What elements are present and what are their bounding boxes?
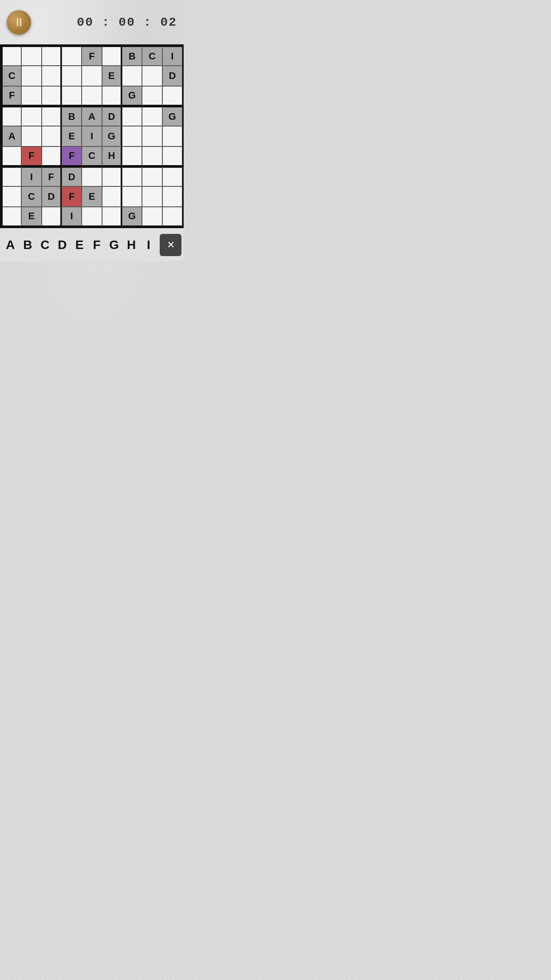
grid-cell-78[interactable]: G <box>122 207 142 227</box>
key-E[interactable]: E <box>71 233 88 257</box>
grid-cell-77[interactable] <box>102 207 122 227</box>
grid-cell-5[interactable] <box>102 46 122 66</box>
timer-display: 00 : 00 : 02 <box>77 16 177 29</box>
grid-cell-32[interactable]: D <box>102 106 122 126</box>
grid-cell-21[interactable] <box>62 86 82 106</box>
grid-cell-59[interactable] <box>102 166 122 186</box>
grid-cell-71[interactable] <box>162 186 182 206</box>
key-A[interactable]: A <box>2 233 19 257</box>
grid-cell-10[interactable] <box>21 66 41 86</box>
pause-button[interactable] <box>7 10 31 35</box>
grid-cell-67[interactable]: E <box>82 186 102 206</box>
grid-cell-15[interactable] <box>122 66 142 86</box>
grid-cell-18[interactable]: F <box>1 86 21 106</box>
grid-cell-22[interactable] <box>82 86 102 106</box>
grid-cell-19[interactable] <box>21 86 41 106</box>
grid-cell-29[interactable] <box>42 106 62 126</box>
grid-cell-57[interactable]: D <box>62 166 82 186</box>
grid-cell-33[interactable] <box>122 106 142 126</box>
grid-cell-3[interactable] <box>62 46 82 66</box>
grid-cell-56[interactable]: F <box>42 166 62 186</box>
grid-cell-50[interactable]: H <box>102 146 122 166</box>
grid-cell-53[interactable] <box>162 146 182 166</box>
keyboard: ABCDEFGHI <box>0 228 184 261</box>
grid-cell-6[interactable]: B <box>122 46 142 66</box>
grid-cell-40[interactable]: I <box>82 126 102 146</box>
grid-cell-23[interactable] <box>102 86 122 106</box>
grid-cell-24[interactable]: G <box>122 86 142 106</box>
grid-cell-31[interactable]: A <box>82 106 102 126</box>
grid-cell-20[interactable] <box>42 86 62 106</box>
grid-cell-46[interactable]: F <box>21 146 41 166</box>
grid-cell-9[interactable]: C <box>1 66 21 86</box>
grid-cell-49[interactable]: C <box>82 146 102 166</box>
grid-cell-25[interactable] <box>142 86 162 106</box>
grid-cell-7[interactable]: C <box>142 46 162 66</box>
grid-cell-58[interactable] <box>82 166 102 186</box>
grid-container: FBCICEDFGBADGAEIGFFCHIFDCDFEEIG <box>0 44 184 228</box>
grid-cell-28[interactable] <box>21 106 41 126</box>
key-H[interactable]: H <box>123 233 140 257</box>
grid-cell-17[interactable]: D <box>162 66 182 86</box>
grid-cell-38[interactable] <box>42 126 62 146</box>
key-C[interactable]: C <box>37 233 53 257</box>
grid-cell-8[interactable]: I <box>162 46 182 66</box>
grid-cell-30[interactable]: B <box>62 106 82 126</box>
grid-cell-60[interactable] <box>122 166 142 186</box>
grid-cell-16[interactable] <box>142 66 162 86</box>
grid-cell-47[interactable] <box>42 146 62 166</box>
grid-cell-43[interactable] <box>142 126 162 146</box>
grid-cell-26[interactable] <box>162 86 182 106</box>
grid-cell-1[interactable] <box>21 46 41 66</box>
grid-cell-41[interactable]: G <box>102 126 122 146</box>
grid-cell-75[interactable]: I <box>62 207 82 227</box>
key-I[interactable]: I <box>140 233 157 257</box>
grid-cell-80[interactable] <box>162 207 182 227</box>
grid-cell-35[interactable]: G <box>162 106 182 126</box>
grid-cell-13[interactable] <box>82 66 102 86</box>
grid-cell-69[interactable] <box>122 186 142 206</box>
grid-cell-4[interactable]: F <box>82 46 102 66</box>
grid-cell-74[interactable] <box>42 207 62 227</box>
grid-cell-27[interactable] <box>1 106 21 126</box>
grid-cell-62[interactable] <box>162 166 182 186</box>
grid-cell-52[interactable] <box>142 146 162 166</box>
grid-cell-72[interactable] <box>1 207 21 227</box>
grid-cell-55[interactable]: I <box>21 166 41 186</box>
grid-cell-36[interactable]: A <box>1 126 21 146</box>
grid-cell-73[interactable]: E <box>21 207 41 227</box>
key-G[interactable]: G <box>106 233 122 257</box>
header: 00 : 00 : 02 <box>0 0 184 44</box>
grid-cell-61[interactable] <box>142 166 162 186</box>
key-F[interactable]: F <box>89 233 105 257</box>
grid-cell-14[interactable]: E <box>102 66 122 86</box>
grid-cell-39[interactable]: E <box>62 126 82 146</box>
grid-cell-48[interactable]: F <box>62 146 82 166</box>
delete-button[interactable] <box>160 234 181 256</box>
key-B[interactable]: B <box>20 233 36 257</box>
grid-cell-65[interactable]: D <box>42 186 62 206</box>
grid-cell-44[interactable] <box>162 126 182 146</box>
grid-cell-66[interactable]: F <box>62 186 82 206</box>
key-D[interactable]: D <box>54 233 71 257</box>
grid-cell-54[interactable] <box>1 166 21 186</box>
grid-cell-2[interactable] <box>42 46 62 66</box>
grid-cell-37[interactable] <box>21 126 41 146</box>
grid-cell-12[interactable] <box>62 66 82 86</box>
grid-cell-11[interactable] <box>42 66 62 86</box>
grid-cell-79[interactable] <box>142 207 162 227</box>
grid-cell-45[interactable] <box>1 146 21 166</box>
grid-cell-51[interactable] <box>122 146 142 166</box>
grid-cell-42[interactable] <box>122 126 142 146</box>
grid-cell-63[interactable] <box>1 186 21 206</box>
grid-cell-64[interactable]: C <box>21 186 41 206</box>
grid-cell-0[interactable] <box>1 46 21 66</box>
grid-cell-34[interactable] <box>142 106 162 126</box>
grid-cell-68[interactable] <box>102 186 122 206</box>
grid-cell-76[interactable] <box>82 207 102 227</box>
sudoku-grid: FBCICEDFGBADGAEIGFFCHIFDCDFEEIG <box>0 44 184 228</box>
grid-cell-70[interactable] <box>142 186 162 206</box>
